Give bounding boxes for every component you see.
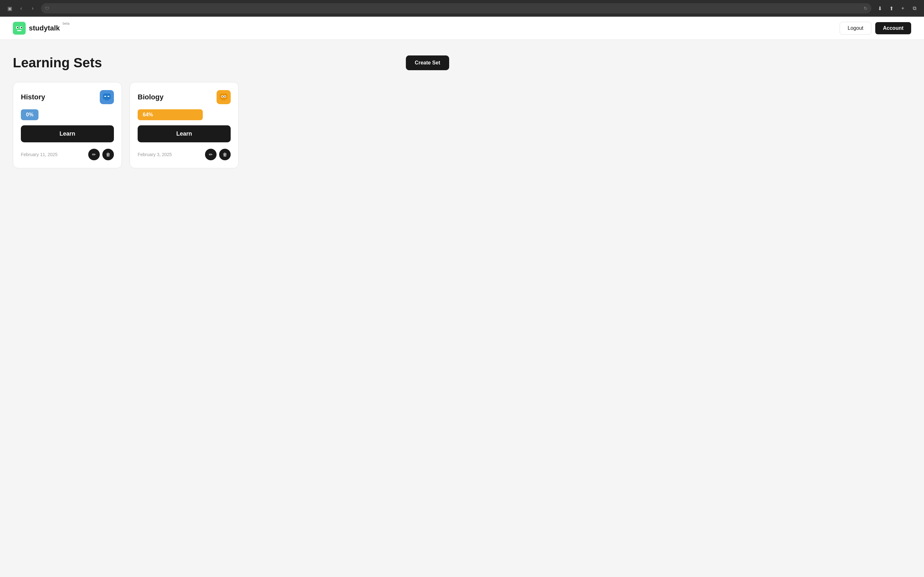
app-header: studytalk beta Logout Account — [0, 17, 924, 40]
svg-rect-9 — [105, 99, 107, 101]
card-footer-biology: February 3, 2025 ✏ 🗑 — [137, 149, 231, 160]
logo-mascot-icon — [13, 22, 26, 35]
card-actions-biology: ✏ 🗑 — [205, 149, 231, 160]
card-mascot-history — [100, 90, 114, 104]
svg-point-3 — [17, 27, 18, 28]
svg-rect-10 — [107, 99, 108, 101]
address-bar[interactable]: 🛡 ↻ — [41, 3, 871, 13]
logout-button[interactable]: Logout — [840, 22, 871, 35]
logo-text: studytalk beta — [29, 24, 60, 32]
svg-point-4 — [21, 27, 22, 28]
svg-rect-0 — [13, 22, 26, 35]
card-actions-history: ✏ 🗑 — [88, 149, 114, 160]
delete-button-history[interactable]: 🗑 — [102, 149, 114, 160]
browser-right-controls: ⬇ ⬆ + ⧉ — [875, 4, 919, 13]
svg-rect-7 — [104, 96, 106, 97]
new-tab-button[interactable]: + — [898, 4, 907, 13]
card-header-history: History — [21, 90, 114, 104]
card-date-biology: February 3, 2025 — [137, 152, 172, 157]
svg-rect-5 — [17, 30, 21, 31]
card-mascot-biology — [216, 90, 231, 104]
edit-button-history[interactable]: ✏ — [88, 149, 100, 160]
progress-bar-history: 0% — [21, 109, 114, 120]
edit-button-biology[interactable]: ✏ — [205, 149, 216, 160]
delete-button-biology[interactable]: 🗑 — [219, 149, 231, 160]
new-tab-icon: + — [901, 5, 904, 11]
browser-chrome: ▣ ‹ › 🛡 ↻ ⬇ ⬆ + ⧉ — [0, 0, 924, 17]
svg-rect-8 — [107, 96, 110, 97]
forward-button[interactable]: › — [28, 4, 37, 13]
page-header: Learning Sets Create Set — [13, 55, 449, 71]
svg-rect-17 — [224, 99, 225, 101]
share-icon: ⬆ — [889, 5, 893, 11]
learn-button-biology[interactable]: Learn — [137, 125, 231, 142]
set-card-history: History 0% Learn February 11, 2025 — [13, 82, 122, 168]
header-actions: Logout Account — [840, 22, 911, 35]
main-content: Learning Sets Create Set History 0% — [0, 40, 462, 184]
delete-icon-biology: 🗑 — [223, 152, 227, 157]
refresh-icon: ↻ — [864, 6, 867, 11]
share-button[interactable]: ⬆ — [887, 4, 896, 13]
card-title-history: History — [21, 93, 45, 101]
learn-button-history[interactable]: Learn — [21, 125, 114, 142]
svg-point-14 — [222, 96, 223, 97]
tabs-icon: ⧉ — [913, 5, 916, 11]
page-title: Learning Sets — [13, 55, 102, 71]
download-button[interactable]: ⬇ — [875, 4, 884, 13]
card-title-biology: Biology — [137, 93, 164, 101]
sidebar-icon: ▣ — [7, 5, 12, 11]
svg-rect-11 — [220, 93, 228, 99]
progress-label-history: 0% — [21, 109, 39, 120]
forward-icon: › — [32, 5, 33, 11]
cards-grid: History 0% Learn February 11, 2025 — [13, 82, 449, 168]
sidebar-toggle-button[interactable]: ▣ — [5, 4, 14, 13]
create-set-button[interactable]: Create Set — [406, 55, 449, 70]
card-date-history: February 11, 2025 — [21, 152, 57, 157]
beta-badge: beta — [63, 21, 69, 25]
download-icon: ⬇ — [878, 5, 882, 11]
account-button[interactable]: Account — [875, 22, 911, 34]
card-footer-history: February 11, 2025 ✏ 🗑 — [21, 149, 114, 160]
browser-controls: ▣ ‹ › — [5, 4, 37, 13]
shield-icon: 🛡 — [45, 6, 49, 11]
svg-rect-6 — [103, 93, 111, 99]
tabs-overview-button[interactable]: ⧉ — [910, 4, 919, 13]
logo-area: studytalk beta — [13, 22, 60, 35]
svg-rect-16 — [222, 99, 223, 101]
delete-icon-history: 🗑 — [106, 152, 110, 157]
edit-icon-history: ✏ — [92, 152, 96, 157]
back-icon: ‹ — [20, 5, 22, 11]
card-header-biology: Biology — [137, 90, 231, 104]
svg-point-15 — [225, 96, 226, 97]
progress-bar-biology: 64% — [137, 109, 231, 120]
back-button[interactable]: ‹ — [17, 4, 26, 13]
progress-label-biology: 64% — [137, 109, 203, 120]
set-card-biology: Biology 64% Learn — [129, 82, 239, 168]
edit-icon-biology: ✏ — [209, 152, 213, 157]
